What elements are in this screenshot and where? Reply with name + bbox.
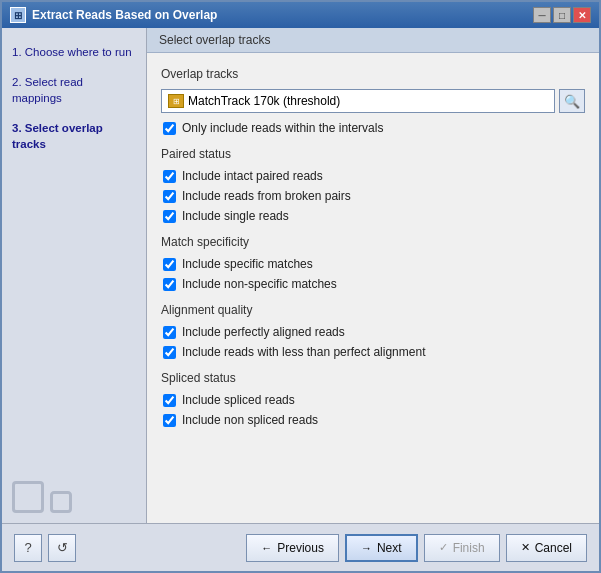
- paired-status-section: Paired status Include intact paired read…: [161, 147, 585, 223]
- window-icon: ⊞: [10, 7, 26, 23]
- help-button[interactable]: ?: [14, 534, 42, 562]
- previous-label: Previous: [277, 541, 324, 555]
- cancel-button[interactable]: ✕ Cancel: [506, 534, 587, 562]
- spliced-reads-row: Include spliced reads: [161, 393, 585, 407]
- help-icon: ?: [24, 540, 31, 555]
- next-label: Next: [377, 541, 402, 555]
- finish-label: Finish: [453, 541, 485, 555]
- single-reads-row: Include single reads: [161, 209, 585, 223]
- footer-right: ← Previous → Next ✓ Finish ✕ Cancel: [246, 534, 587, 562]
- perfectly-aligned-label: Include perfectly aligned reads: [182, 325, 345, 339]
- finish-button[interactable]: ✓ Finish: [424, 534, 500, 562]
- spliced-status-title: Spliced status: [161, 371, 585, 385]
- broken-pairs-checkbox[interactable]: [163, 190, 176, 203]
- only-include-label: Only include reads within the intervals: [182, 121, 383, 135]
- sidebar-item-overlap-tracks[interactable]: 3. Select overlap tracks: [12, 120, 136, 152]
- match-specificity-section: Match specificity Include specific match…: [161, 235, 585, 291]
- panel-content: Overlap tracks ⊞ MatchTrack 170k (thresh…: [147, 53, 599, 523]
- reset-button[interactable]: ↺: [48, 534, 76, 562]
- less-perfect-checkbox[interactable]: [163, 346, 176, 359]
- panel-header: Select overlap tracks: [147, 28, 599, 53]
- overlap-track-input[interactable]: ⊞ MatchTrack 170k (threshold): [161, 89, 555, 113]
- maximize-button[interactable]: □: [553, 7, 571, 23]
- previous-button[interactable]: ← Previous: [246, 534, 339, 562]
- minimize-button[interactable]: ─: [533, 7, 551, 23]
- less-perfect-label: Include reads with less than perfect ali…: [182, 345, 425, 359]
- spliced-reads-label: Include spliced reads: [182, 393, 295, 407]
- overlap-track-value: MatchTrack 170k (threshold): [188, 94, 340, 108]
- spliced-status-section: Spliced status Include spliced reads Inc…: [161, 371, 585, 427]
- non-specific-matches-row: Include non-specific matches: [161, 277, 585, 291]
- titlebar: ⊞ Extract Reads Based on Overlap ─ □ ✕: [2, 2, 599, 28]
- less-perfect-row: Include reads with less than perfect ali…: [161, 345, 585, 359]
- main-panel: Select overlap tracks Overlap tracks ⊞ M…: [147, 28, 599, 523]
- non-spliced-row: Include non spliced reads: [161, 413, 585, 427]
- match-specificity-title: Match specificity: [161, 235, 585, 249]
- track-icon: ⊞: [168, 94, 184, 108]
- reset-icon: ↺: [57, 540, 68, 555]
- broken-pairs-label: Include reads from broken pairs: [182, 189, 351, 203]
- single-reads-checkbox[interactable]: [163, 210, 176, 223]
- deco-square-1: [12, 481, 44, 513]
- intact-paired-checkbox[interactable]: [163, 170, 176, 183]
- broken-pairs-row: Include reads from broken pairs: [161, 189, 585, 203]
- non-specific-matches-checkbox[interactable]: [163, 278, 176, 291]
- alignment-quality-title: Alignment quality: [161, 303, 585, 317]
- sidebar-item-read-mappings[interactable]: 2. Select read mappings: [12, 74, 136, 106]
- specific-matches-row: Include specific matches: [161, 257, 585, 271]
- intact-paired-label: Include intact paired reads: [182, 169, 323, 183]
- titlebar-left: ⊞ Extract Reads Based on Overlap: [10, 7, 217, 23]
- non-specific-matches-label: Include non-specific matches: [182, 277, 337, 291]
- non-spliced-label: Include non spliced reads: [182, 413, 318, 427]
- sidebar: 1. Choose where to run 2. Select read ma…: [2, 28, 147, 523]
- titlebar-controls: ─ □ ✕: [533, 7, 591, 23]
- single-reads-label: Include single reads: [182, 209, 289, 223]
- intact-paired-row: Include intact paired reads: [161, 169, 585, 183]
- alignment-quality-section: Alignment quality Include perfectly alig…: [161, 303, 585, 359]
- only-include-row: Only include reads within the intervals: [161, 121, 585, 135]
- overlap-input-row: ⊞ MatchTrack 170k (threshold) 🔍: [161, 89, 585, 113]
- spliced-reads-checkbox[interactable]: [163, 394, 176, 407]
- sidebar-decoration: [12, 481, 72, 513]
- search-button[interactable]: 🔍: [559, 89, 585, 113]
- main-window: ⊞ Extract Reads Based on Overlap ─ □ ✕ 1…: [0, 0, 601, 573]
- close-button[interactable]: ✕: [573, 7, 591, 23]
- perfectly-aligned-checkbox[interactable]: [163, 326, 176, 339]
- next-button[interactable]: → Next: [345, 534, 418, 562]
- footer-left: ? ↺: [14, 534, 76, 562]
- sidebar-item-choose-run[interactable]: 1. Choose where to run: [12, 44, 136, 60]
- cancel-icon: ✕: [521, 541, 530, 554]
- specific-matches-label: Include specific matches: [182, 257, 313, 271]
- window-title: Extract Reads Based on Overlap: [32, 8, 217, 22]
- non-spliced-checkbox[interactable]: [163, 414, 176, 427]
- overlap-tracks-label: Overlap tracks: [161, 67, 585, 81]
- only-include-checkbox[interactable]: [163, 122, 176, 135]
- finish-icon: ✓: [439, 541, 448, 554]
- paired-status-title: Paired status: [161, 147, 585, 161]
- perfectly-aligned-row: Include perfectly aligned reads: [161, 325, 585, 339]
- specific-matches-checkbox[interactable]: [163, 258, 176, 271]
- cancel-label: Cancel: [535, 541, 572, 555]
- footer: ? ↺ ← Previous → Next ✓ Finish ✕ Cancel: [2, 523, 599, 571]
- next-arrow-icon: →: [361, 542, 372, 554]
- prev-arrow-icon: ←: [261, 542, 272, 554]
- content-area: 1. Choose where to run 2. Select read ma…: [2, 28, 599, 523]
- deco-square-2: [50, 491, 72, 513]
